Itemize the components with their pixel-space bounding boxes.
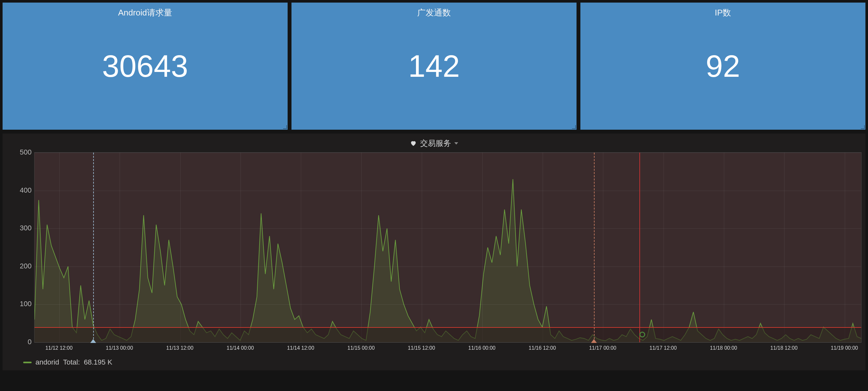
chevron-down-icon[interactable] [454, 142, 458, 145]
alert-event-line [640, 153, 640, 342]
legend[interactable]: andorid Total: 68.195 K [23, 358, 862, 366]
heart-icon [410, 140, 417, 147]
x-tick: 11/14 00:00 [227, 345, 254, 351]
x-tick: 11/15 12:00 [408, 345, 435, 351]
stat-value: 92 [580, 3, 865, 130]
plot-area[interactable] [34, 152, 862, 342]
x-tick: 11/17 12:00 [649, 345, 677, 351]
y-tick: 300 [20, 224, 32, 232]
x-tick: 11/12 12:00 [45, 345, 73, 351]
stat-value: 30643 [3, 3, 288, 130]
stat-panel-android[interactable]: Android请求量 30643 [3, 3, 288, 130]
alert-threshold-line [34, 327, 861, 328]
resize-handle-icon[interactable] [861, 125, 865, 129]
y-tick: 100 [20, 300, 32, 308]
resize-handle-icon[interactable] [572, 125, 576, 129]
stat-value: 142 [291, 3, 577, 130]
y-tick: 0 [28, 338, 32, 346]
ok-state-icon [640, 332, 645, 337]
annotation-marker[interactable] [93, 153, 94, 342]
y-tick: 200 [20, 262, 32, 270]
stat-row: Android请求量 30643 广发通数 142 IP数 92 [3, 3, 865, 130]
x-tick: 11/18 00:00 [710, 345, 737, 351]
x-tick: 11/16 12:00 [529, 345, 556, 351]
y-tick: 500 [20, 148, 32, 156]
x-tick: 11/17 00:00 [589, 345, 617, 351]
graph-panel: 交易服务 0100200300400500 11/12 12:0011/13 0… [3, 133, 865, 370]
legend-swatch [23, 362, 32, 363]
x-tick: 11/15 00:00 [348, 345, 375, 351]
x-tick: 11/16 00:00 [468, 345, 496, 351]
stat-panel-gft[interactable]: 广发通数 142 [291, 3, 577, 130]
y-tick: 400 [20, 186, 32, 194]
x-tick: 11/13 00:00 [106, 345, 133, 351]
legend-series-name: andorid [35, 358, 59, 366]
panel-title: 交易服务 [420, 138, 451, 148]
line-series [34, 153, 861, 342]
panel-title-bar[interactable]: 交易服务 [6, 136, 862, 152]
annotation-marker[interactable] [594, 153, 595, 342]
stat-panel-ip[interactable]: IP数 92 [580, 3, 865, 130]
resize-handle-icon[interactable] [283, 125, 287, 129]
x-axis: 11/12 12:0011/13 00:0011/13 12:0011/14 0… [34, 345, 862, 355]
x-tick: 11/18 12:00 [770, 345, 798, 351]
x-tick: 11/14 12:00 [287, 345, 314, 351]
legend-stat-value: 68.195 K [84, 358, 112, 366]
y-axis: 0100200300400500 [6, 152, 34, 342]
legend-stat-label: Total: [63, 358, 80, 366]
chart[interactable]: 0100200300400500 11/12 12:0011/13 00:001… [6, 152, 862, 355]
x-tick: 11/19 00:00 [831, 345, 858, 351]
x-tick: 11/13 12:00 [166, 345, 193, 351]
